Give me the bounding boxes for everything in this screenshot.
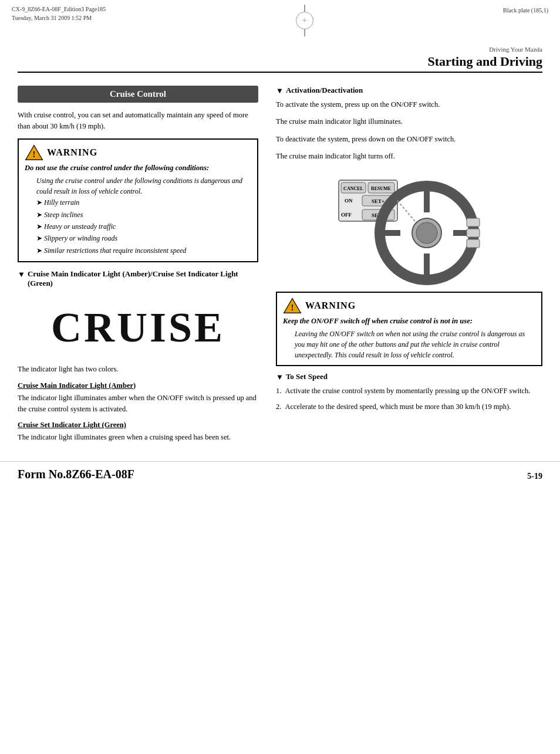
section-heading: Cruise Control [18, 86, 258, 103]
page-title-area: Driving Your Mazda Starting and Driving [0, 39, 560, 75]
svg-text:OFF: OFF [341, 212, 352, 218]
set-speed-item-2: 2. Accelerate to the desired speed, whic… [276, 401, 542, 412]
set-speed-list: 1. Activate the cruise control system by… [276, 386, 542, 412]
svg-rect-23 [467, 239, 480, 248]
set-speed-heading: ▼ To Set Speed [276, 372, 542, 382]
header-center-mark: + [296, 5, 313, 36]
svg-point-19 [416, 222, 437, 244]
svg-rect-22 [467, 229, 480, 237]
svg-text:ON: ON [345, 198, 353, 204]
warning-italic-intro: Using the cruise control under the follo… [25, 175, 251, 197]
cruise-indicator-heading: ▼ Cruise Main Indicator Light (Amber)/Cr… [18, 269, 258, 288]
page-number: 5-19 [527, 472, 542, 481]
activation-heading: ▼ Activation/Deactivation [276, 86, 542, 96]
warning-box-2: ! WARNING Keep the ON/OFF switch off whe… [276, 292, 542, 367]
steering-svg: CANCEL RESUME ON SET+ OFF SET− [333, 168, 485, 286]
triangle-icon-1: ▼ [18, 270, 25, 279]
svg-line-20 [397, 201, 415, 221]
page-footer: Form No.8Z66-EA-08F 5-19 [0, 461, 560, 490]
triangle-icon-3: ▼ [276, 373, 284, 382]
svg-text:RESUME: RESUME [371, 186, 391, 191]
activation-text1: To activate the system, press up on the … [276, 99, 542, 110]
list-item-3: Heavy or unsteady traffic [36, 221, 251, 232]
left-column: Cruise Control With cruise control, you … [18, 86, 270, 449]
amber-heading: Cruise Main Indicator Light (Amber) [18, 381, 258, 390]
header-left-info: CX-9_8Z66-EA-08F_Edition3 Page185 Tuesda… [12, 5, 106, 22]
warning-list-1: Hilly terrain Steep inclines Heavy or un… [25, 197, 251, 256]
warning-bold-text-2: Keep the ON/OFF switch off when cruise c… [283, 316, 535, 327]
page-title-main: Starting and Driving [18, 54, 542, 73]
list-item-2: Steep inclines [36, 209, 251, 221]
set-speed-item-1: 1. Activate the cruise control system by… [276, 386, 542, 397]
svg-text:CANCEL: CANCEL [343, 186, 363, 191]
warning-bold-text-1: Do not use the cruise control under the … [25, 163, 251, 174]
svg-text:!: ! [291, 302, 294, 312]
intro-text: With cruise control, you can set and aut… [18, 110, 258, 133]
page-header: CX-9_8Z66-EA-08F_Edition3 Page185 Tuesda… [0, 0, 560, 39]
list-item-1: Hilly terrain [36, 197, 251, 208]
list-item-5: Similar restrictions that require incons… [36, 245, 251, 256]
amber-text: The indicator light illuminates amber wh… [18, 393, 258, 415]
warning-header-2: ! WARNING [283, 297, 535, 314]
warning-title-1: WARNING [47, 147, 97, 158]
warning-title-2: WARNING [305, 300, 356, 311]
cruise-display: CRUISE [18, 292, 258, 364]
triangle-icon-2: ▼ [276, 86, 284, 96]
right-column: ▼ Activation/Deactivation To activate th… [270, 86, 542, 449]
cruise-large-text: CRUISE [51, 304, 225, 351]
steering-wheel-image: CANCEL RESUME ON SET+ OFF SET− [276, 168, 542, 286]
warning-triangle-icon-2: ! [283, 297, 302, 314]
page-subtitle: Driving Your Mazda [18, 46, 542, 53]
form-number: Form No.8Z66-EA-08F [18, 468, 134, 481]
indicator-intro: The indicator light has two colors. [18, 364, 258, 375]
activation-text2: The cruise main indicator light illumina… [276, 116, 542, 127]
warning-triangle-icon-1: ! [25, 144, 43, 161]
green-heading: Cruise Set Indicator Light (Green) [18, 421, 258, 430]
header-plate-info: Black plate (185,1) [503, 5, 548, 13]
deactivation-text1: To deactivate the system, press down on … [276, 134, 542, 145]
warning-italic-text-2: Leaving the ON/OFF switch on when not us… [283, 329, 535, 360]
svg-rect-21 [467, 218, 480, 226]
green-text: The indicator light illuminates green wh… [18, 432, 258, 443]
main-content: Cruise Control With cruise control, you … [0, 75, 560, 455]
warning-box-1: ! WARNING Do not use the cruise control … [18, 138, 258, 262]
svg-text:!: ! [33, 149, 36, 158]
deactivation-text2: The cruise main indicator light turns of… [276, 151, 542, 162]
warning-header-1: ! WARNING [25, 144, 251, 161]
list-item-4: Slippery or winding roads [36, 232, 251, 244]
svg-text:SET+: SET+ [372, 198, 384, 204]
